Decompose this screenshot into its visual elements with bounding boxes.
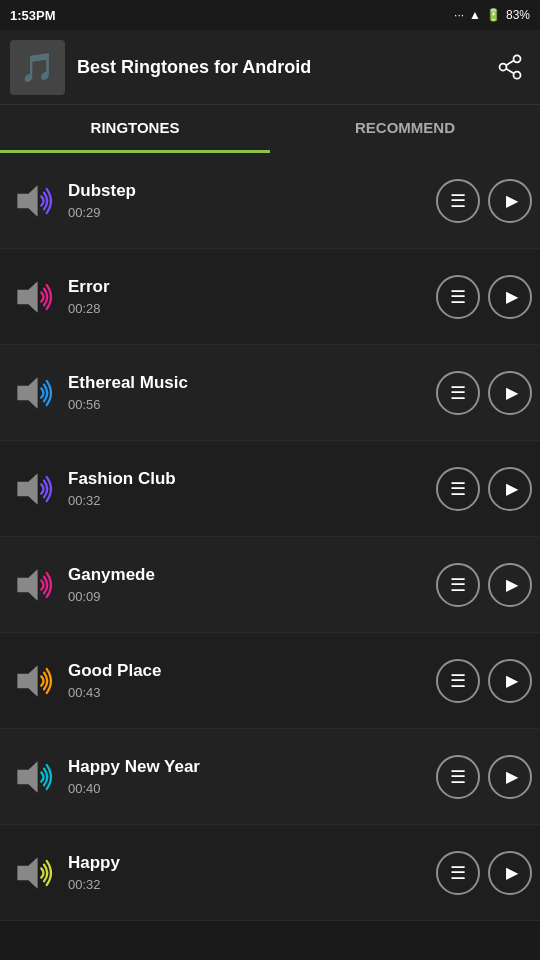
- status-icons: ··· ▲ 🔋 83%: [454, 8, 530, 22]
- speaker-icon-4: [8, 560, 58, 610]
- header: 🎵 Best Ringtones for Android: [0, 30, 540, 105]
- speaker-icon-5: [8, 656, 58, 706]
- play-button-6[interactable]: ▶: [488, 755, 532, 799]
- list-item: Ganymede 00:09 ☰ ▶: [0, 537, 540, 633]
- speaker-icon-3: [8, 464, 58, 514]
- network-icon: ▲: [469, 8, 481, 22]
- song-info-6: Happy New Year 00:40: [68, 757, 436, 796]
- svg-point-0: [514, 55, 521, 62]
- app-avatar: 🎵: [10, 40, 65, 95]
- song-actions-1: ☰ ▶: [436, 275, 532, 319]
- svg-marker-9: [17, 569, 37, 600]
- menu-button-7[interactable]: ☰: [436, 851, 480, 895]
- song-name-4: Ganymede: [68, 565, 436, 585]
- menu-button-5[interactable]: ☰: [436, 659, 480, 703]
- song-actions-0: ☰ ▶: [436, 179, 532, 223]
- svg-point-2: [514, 72, 521, 79]
- song-name-6: Happy New Year: [68, 757, 436, 777]
- song-name-2: Ethereal Music: [68, 373, 436, 393]
- play-button-3[interactable]: ▶: [488, 467, 532, 511]
- tab-bar: RINGTONES RECOMMEND: [0, 105, 540, 153]
- svg-marker-8: [17, 473, 37, 504]
- song-actions-6: ☰ ▶: [436, 755, 532, 799]
- svg-line-3: [506, 69, 514, 74]
- song-name-0: Dubstep: [68, 181, 436, 201]
- app-title: Best Ringtones for Android: [77, 57, 490, 78]
- menu-button-1[interactable]: ☰: [436, 275, 480, 319]
- speaker-icon-0: [8, 176, 58, 226]
- song-name-5: Good Place: [68, 661, 436, 681]
- play-button-4[interactable]: ▶: [488, 563, 532, 607]
- song-info-7: Happy 00:32: [68, 853, 436, 892]
- play-button-2[interactable]: ▶: [488, 371, 532, 415]
- song-info-5: Good Place 00:43: [68, 661, 436, 700]
- song-list: Dubstep 00:29 ☰ ▶ Error 00:28 ☰ ▶: [0, 153, 540, 960]
- speaker-icon-1: [8, 272, 58, 322]
- song-duration-1: 00:28: [68, 301, 436, 316]
- status-time: 1:53PM: [10, 8, 56, 23]
- play-button-5[interactable]: ▶: [488, 659, 532, 703]
- speaker-icon-2: [8, 368, 58, 418]
- music-note-icon: 🎵: [20, 51, 55, 84]
- share-button[interactable]: [490, 47, 530, 87]
- song-info-1: Error 00:28: [68, 277, 436, 316]
- share-icon: [496, 53, 524, 81]
- song-actions-4: ☰ ▶: [436, 563, 532, 607]
- song-duration-7: 00:32: [68, 877, 436, 892]
- list-item: Happy New Year 00:40 ☰ ▶: [0, 729, 540, 825]
- song-duration-6: 00:40: [68, 781, 436, 796]
- song-duration-3: 00:32: [68, 493, 436, 508]
- signal-icon: ···: [454, 8, 464, 22]
- song-actions-3: ☰ ▶: [436, 467, 532, 511]
- status-bar: 1:53PM ··· ▲ 🔋 83%: [0, 0, 540, 30]
- list-item: Dubstep 00:29 ☰ ▶: [0, 153, 540, 249]
- tab-recommend[interactable]: RECOMMEND: [270, 105, 540, 153]
- song-duration-4: 00:09: [68, 589, 436, 604]
- song-duration-5: 00:43: [68, 685, 436, 700]
- svg-line-4: [506, 61, 514, 66]
- song-name-3: Fashion Club: [68, 469, 436, 489]
- svg-point-1: [500, 64, 507, 71]
- svg-marker-5: [17, 185, 37, 216]
- song-info-0: Dubstep 00:29: [68, 181, 436, 220]
- svg-marker-11: [17, 761, 37, 792]
- battery-percent: 83%: [506, 8, 530, 22]
- svg-marker-12: [17, 857, 37, 888]
- menu-button-3[interactable]: ☰: [436, 467, 480, 511]
- list-item: Ethereal Music 00:56 ☰ ▶: [0, 345, 540, 441]
- speaker-icon-6: [8, 752, 58, 802]
- song-name-1: Error: [68, 277, 436, 297]
- list-item: Fashion Club 00:32 ☰ ▶: [0, 441, 540, 537]
- menu-button-4[interactable]: ☰: [436, 563, 480, 607]
- play-button-7[interactable]: ▶: [488, 851, 532, 895]
- list-item: Good Place 00:43 ☰ ▶: [0, 633, 540, 729]
- menu-button-6[interactable]: ☰: [436, 755, 480, 799]
- song-info-2: Ethereal Music 00:56: [68, 373, 436, 412]
- song-actions-5: ☰ ▶: [436, 659, 532, 703]
- list-item: Error 00:28 ☰ ▶: [0, 249, 540, 345]
- song-actions-2: ☰ ▶: [436, 371, 532, 415]
- song-duration-0: 00:29: [68, 205, 436, 220]
- svg-marker-10: [17, 665, 37, 696]
- play-button-0[interactable]: ▶: [488, 179, 532, 223]
- menu-button-2[interactable]: ☰: [436, 371, 480, 415]
- tab-ringtones[interactable]: RINGTONES: [0, 105, 270, 153]
- speaker-icon-7: [8, 848, 58, 898]
- menu-button-0[interactable]: ☰: [436, 179, 480, 223]
- song-name-7: Happy: [68, 853, 436, 873]
- battery-icon: 🔋: [486, 8, 501, 22]
- svg-marker-6: [17, 281, 37, 312]
- song-duration-2: 00:56: [68, 397, 436, 412]
- list-item: Happy 00:32 ☰ ▶: [0, 825, 540, 921]
- song-info-4: Ganymede 00:09: [68, 565, 436, 604]
- play-button-1[interactable]: ▶: [488, 275, 532, 319]
- song-actions-7: ☰ ▶: [436, 851, 532, 895]
- song-info-3: Fashion Club 00:32: [68, 469, 436, 508]
- svg-marker-7: [17, 377, 37, 408]
